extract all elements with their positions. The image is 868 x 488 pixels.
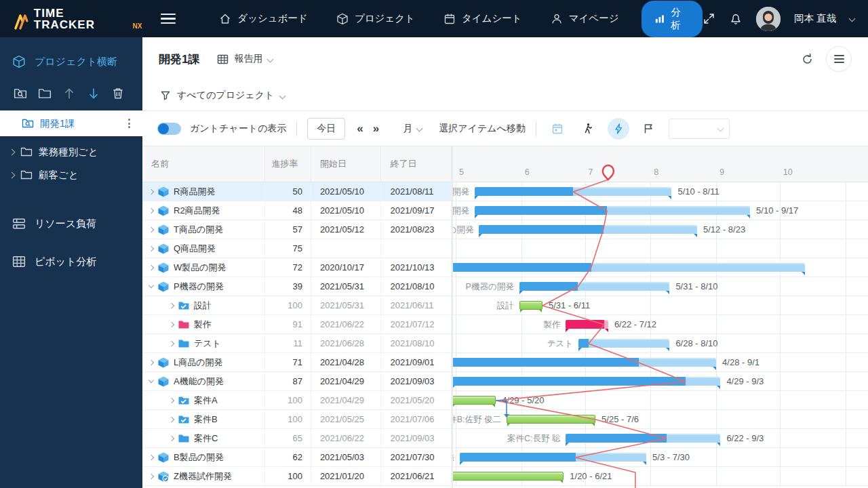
move-down-icon[interactable]: [81, 83, 106, 104]
table-row[interactable]: 製作 91 2021/06/22 2021/07/12: [142, 315, 452, 334]
gantt-row[interactable]: テスト6/28 - 8/10: [453, 334, 868, 353]
app-logo[interactable]: TIME TRACKER NX: [0, 7, 151, 30]
gantt-row[interactable]: W製品の開発: [453, 258, 868, 277]
move-up-icon[interactable]: [57, 83, 81, 104]
gantt-row[interactable]: 製作6/22 - 7/12: [453, 315, 868, 334]
refresh-icon[interactable]: [801, 53, 814, 66]
chevron-right-icon[interactable]: [169, 321, 174, 327]
gantt-row[interactable]: T商品の開発5/12 - 8/23: [453, 220, 868, 239]
table-row[interactable]: T商品の開発 57 2021/05/12 2021/08/23: [142, 220, 452, 239]
gantt-bar[interactable]: [578, 339, 669, 348]
chevron-right-icon[interactable]: [149, 207, 154, 213]
gantt-bar[interactable]: [479, 225, 697, 234]
sidebar-item-resource-load[interactable]: リソース負荷: [0, 209, 142, 238]
gantt-bar[interactable]: [507, 415, 595, 424]
table-row[interactable]: P機器の開発 39 2021/05/31 2021/08/10: [142, 277, 452, 296]
chevron-right-icon[interactable]: [149, 473, 154, 479]
table-row[interactable]: 案件C 65 2021/06/22 2021/09/03: [142, 429, 452, 448]
table-row[interactable]: B製品の開発 62 2021/05/03 2021/07/30: [142, 448, 452, 467]
table-row[interactable]: A機能の開発 87 2021/04/29 2021/09/03: [142, 372, 452, 391]
chevron-right-icon[interactable]: [149, 188, 154, 194]
gantt-row[interactable]: P機器の開発5/31 - 8/10: [453, 277, 868, 296]
sidebar-item-by-customer[interactable]: 顧客ごと: [0, 163, 142, 186]
gantt-row[interactable]: 設計5/31 - 6/11: [453, 296, 868, 315]
folder-search-icon[interactable]: [8, 83, 33, 104]
chevron-right-icon[interactable]: [169, 397, 174, 403]
gantt-bar[interactable]: [519, 282, 670, 291]
gantt-bar[interactable]: [566, 434, 720, 443]
user-name[interactable]: 岡本 直哉: [794, 12, 836, 25]
chevron-down-icon[interactable]: [849, 16, 856, 22]
prev-button[interactable]: «: [357, 122, 372, 135]
gantt-row[interactable]: L商品の開発4/28 - 9/1: [453, 353, 868, 372]
nav-mypage[interactable]: マイページ: [540, 6, 630, 31]
gantt-bar[interactable]: [453, 358, 716, 367]
gantt-bar[interactable]: [453, 472, 564, 481]
gantt-bar[interactable]: [453, 263, 805, 272]
chevron-right-icon[interactable]: [169, 302, 174, 308]
gantt-bar[interactable]: [460, 453, 646, 462]
move-to-selected-button[interactable]: 選択アイテムへ移動: [439, 123, 526, 135]
sidebar-item-cross-project[interactable]: プロジェクト横断: [0, 37, 142, 82]
gantt-row[interactable]: 案件C:長野 聡6/22 - 9/3: [453, 429, 868, 448]
gantt-toggle[interactable]: [157, 123, 181, 135]
column-header-end[interactable]: 終了日: [381, 146, 452, 182]
gantt-bar[interactable]: [475, 187, 671, 196]
chevron-right-icon[interactable]: [149, 359, 154, 365]
sidebar-item-dev1-selected[interactable]: 開発1課: [0, 110, 142, 136]
chevron-right-icon[interactable]: [169, 340, 174, 346]
gantt-row[interactable]: R商品開発5/10 - 8/11: [453, 182, 868, 201]
chevron-down-icon[interactable]: [149, 378, 154, 383]
milestone-walk-button[interactable]: [577, 118, 599, 140]
nav-dashboard[interactable]: ダッシュボード: [208, 6, 319, 31]
gantt-row[interactable]: 案件A4/29 - 5/20: [453, 391, 868, 410]
nav-projects[interactable]: プロジェクト: [326, 6, 426, 31]
trash-icon[interactable]: [106, 83, 130, 104]
table-row[interactable]: W製品の開発 72 2020/10/17 2021/10/13: [142, 258, 452, 277]
table-row[interactable]: 案件A 100 2021/04/29 2021/05/20: [142, 391, 452, 410]
panel-menu-button[interactable]: [826, 46, 852, 72]
table-row[interactable]: R商品開発 50 2021/05/10 2021/08/11: [142, 182, 452, 201]
column-header-name[interactable]: 名前: [142, 146, 265, 182]
chevron-right-icon[interactable]: [149, 245, 154, 251]
gantt-row[interactable]: B製品の開発5/3 - 7/30: [453, 448, 868, 467]
column-header-start[interactable]: 開始日: [311, 146, 382, 182]
nav-timesheet[interactable]: タイムシート: [433, 6, 533, 31]
zoom-unit-selector[interactable]: 月: [403, 123, 422, 135]
table-row[interactable]: Q商品開発 75: [142, 239, 452, 258]
chevron-right-icon[interactable]: [149, 454, 154, 460]
flag-button[interactable]: [638, 118, 660, 140]
prev-next-buttons[interactable]: «»: [357, 122, 389, 136]
next-button[interactable]: »: [373, 122, 389, 135]
chevron-right-icon[interactable]: [149, 226, 154, 232]
gantt-row[interactable]: [453, 239, 868, 258]
sidebar-item-by-worktype[interactable]: 業務種別ごと: [0, 140, 142, 163]
chevron-right-icon[interactable]: [169, 416, 174, 422]
table-row[interactable]: L商品の開発 71 2021/04/28 2021/09/01: [142, 353, 452, 372]
table-row[interactable]: Z機器試作開発 100 2021/01/20 2021/06/21: [142, 467, 452, 486]
gantt-bar[interactable]: [453, 396, 496, 405]
expand-icon[interactable]: [703, 12, 715, 25]
view-preset-select[interactable]: [669, 119, 730, 139]
layout-selector[interactable]: 報告用: [217, 53, 273, 65]
gantt-row[interactable]: R2商品開発5/10 - 9/17: [453, 201, 868, 220]
filter-row[interactable]: すべてのプロジェクト: [142, 81, 868, 110]
gantt-bar[interactable]: [519, 301, 542, 310]
today-button[interactable]: 今日: [307, 118, 345, 140]
chevron-right-icon[interactable]: [149, 264, 154, 270]
table-row[interactable]: テスト 11 2021/06/28 2021/08/10: [142, 334, 452, 353]
hamburger-menu-icon[interactable]: [161, 14, 176, 24]
bell-icon[interactable]: [729, 12, 743, 26]
sidebar-item-pivot-analysis[interactable]: ピボット分析: [0, 247, 142, 276]
user-avatar[interactable]: [756, 7, 781, 31]
schedule-calendar-button[interactable]: [547, 118, 568, 140]
chevron-right-icon[interactable]: [169, 435, 174, 441]
gantt-bar[interactable]: [475, 206, 750, 215]
nav-analysis-active[interactable]: 分析: [642, 1, 702, 37]
table-row[interactable]: R2商品開発 48 2021/05/10 2021/09/17: [142, 201, 452, 220]
table-row[interactable]: 設計 100 2021/05/31 2021/06/11: [142, 296, 452, 315]
progress-line-button[interactable]: [608, 118, 629, 140]
chevron-down-icon[interactable]: [149, 283, 154, 288]
gantt-bar[interactable]: [453, 377, 720, 386]
column-header-progress[interactable]: 進捗率: [265, 146, 311, 182]
